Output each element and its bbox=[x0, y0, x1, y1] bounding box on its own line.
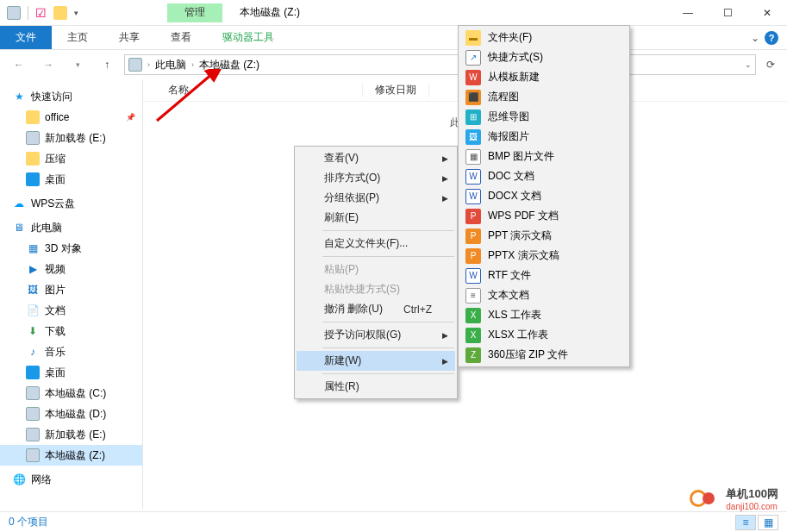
ctx-custom-folder[interactable]: 自定义文件夹(F)... bbox=[297, 234, 455, 253]
sm-wps-pdf[interactable]: PWPS PDF 文档 bbox=[460, 206, 628, 226]
ctx-undo[interactable]: 撤消 删除(U)Ctrl+Z bbox=[297, 299, 455, 319]
chevron-right-icon[interactable]: › bbox=[147, 60, 150, 69]
nav-forward-button[interactable]: → bbox=[36, 53, 60, 77]
sm-xls[interactable]: XXLS 工作表 bbox=[460, 305, 628, 325]
qat-overflow-icon[interactable]: ▾ bbox=[74, 9, 78, 17]
nav-up-button[interactable]: ↑ bbox=[95, 53, 119, 77]
rtf-icon: W bbox=[465, 268, 481, 284]
nav-this-pc[interactable]: 🖥此电脑 bbox=[0, 217, 142, 238]
minimize-button[interactable]: — bbox=[668, 0, 708, 26]
nav-office[interactable]: office📌 bbox=[0, 107, 142, 128]
view-details-button[interactable]: ≡ bbox=[735, 515, 756, 530]
refresh-button[interactable]: ⟳ bbox=[761, 59, 780, 71]
sm-shortcut[interactable]: ↗快捷方式(S) bbox=[460, 47, 628, 67]
pin-icon: 📌 bbox=[126, 113, 135, 122]
nav-videos[interactable]: ▶视频 bbox=[0, 259, 142, 279]
sm-rtf[interactable]: WRTF 文件 bbox=[460, 266, 628, 285]
help-icon[interactable]: ? bbox=[765, 31, 778, 45]
ribbon-expand-icon[interactable]: ⌄ bbox=[751, 32, 759, 44]
sm-zip[interactable]: Z360压缩 ZIP 文件 bbox=[460, 345, 628, 365]
tab-drive-tools[interactable]: 驱动器工具 bbox=[207, 26, 290, 49]
sm-flowchart[interactable]: ⬛流程图 bbox=[460, 87, 628, 107]
nav-recent-icon[interactable]: ▾ bbox=[66, 53, 90, 77]
nav-pictures[interactable]: 🖼图片 bbox=[0, 279, 142, 300]
breadcrumb-root[interactable]: 此电脑 bbox=[155, 58, 186, 72]
nav-drive-c[interactable]: 本地磁盘 (C:) bbox=[0, 383, 142, 404]
watermark-url: danji100.com bbox=[726, 502, 778, 511]
ctx-group[interactable]: 分组依据(P)▶ bbox=[297, 188, 455, 208]
qat-folder-icon[interactable] bbox=[53, 6, 67, 20]
nav-music[interactable]: ♪音乐 bbox=[0, 341, 142, 362]
ctx-view[interactable]: 查看(V)▶ bbox=[297, 148, 455, 168]
maximize-button[interactable]: ☐ bbox=[708, 0, 747, 26]
ctx-refresh[interactable]: 刷新(E) bbox=[297, 208, 455, 228]
tab-home[interactable]: 主页 bbox=[52, 26, 103, 49]
desktop-icon bbox=[26, 172, 40, 186]
chevron-right-icon: ▶ bbox=[442, 174, 448, 183]
breadcrumb-current[interactable]: 本地磁盘 (Z:) bbox=[199, 58, 259, 72]
view-large-icons-button[interactable]: ▦ bbox=[758, 515, 778, 530]
qat-checkbox-icon[interactable]: ☑ bbox=[35, 6, 47, 20]
xlsx-icon: X bbox=[465, 328, 481, 343]
mindmap-icon: ⊞ bbox=[465, 110, 481, 125]
address-dropdown-icon[interactable]: ⌄ bbox=[745, 60, 752, 69]
nav-wps[interactable]: ☁WPS云盘 bbox=[0, 193, 142, 214]
network-icon: 🌐 bbox=[12, 473, 26, 486]
sm-doc[interactable]: WDOC 文档 bbox=[460, 166, 628, 186]
sm-pptx[interactable]: PPPTX 演示文稿 bbox=[460, 246, 628, 266]
context-menu: 查看(V)▶ 排序方式(O)▶ 分组依据(P)▶ 刷新(E) 自定义文件夹(F)… bbox=[294, 146, 458, 399]
sm-txt[interactable]: ≡文本文档 bbox=[460, 285, 628, 305]
ctx-paste: 粘贴(P) bbox=[297, 260, 455, 279]
nav-new-volume-e[interactable]: 新加载卷 (E:) bbox=[0, 128, 142, 148]
tab-view[interactable]: 查看 bbox=[155, 26, 207, 49]
zip-icon: Z bbox=[465, 347, 481, 363]
sm-mindmap[interactable]: ⊞思维导图 bbox=[460, 107, 628, 127]
address-bar[interactable]: › 此电脑 › 本地磁盘 (Z:) ⌄ bbox=[124, 54, 756, 75]
cloud-icon: ☁ bbox=[12, 197, 26, 210]
nav-desktop2[interactable]: 桌面 bbox=[0, 362, 142, 383]
ctx-properties[interactable]: 属性(R) bbox=[297, 377, 455, 397]
sm-folder[interactable]: ▬文件夹(F) bbox=[460, 28, 628, 47]
chevron-right-icon: ▶ bbox=[442, 357, 448, 366]
window-icon bbox=[7, 6, 21, 20]
shortcut-icon: ↗ bbox=[465, 50, 481, 66]
close-button[interactable]: ✕ bbox=[747, 0, 787, 26]
ctx-new[interactable]: 新建(W)▶ bbox=[297, 351, 455, 371]
ctx-grant-access[interactable]: 授予访问权限(G)▶ bbox=[297, 325, 455, 345]
pptx-icon: P bbox=[465, 248, 481, 264]
nav-3d-objects[interactable]: ▦3D 对象 bbox=[0, 238, 142, 259]
nav-quick-access[interactable]: ★快速访问 bbox=[0, 86, 142, 107]
tab-share[interactable]: 共享 bbox=[103, 26, 155, 49]
chevron-right-icon[interactable]: › bbox=[191, 60, 194, 69]
ctx-sort[interactable]: 排序方式(O)▶ bbox=[297, 168, 455, 188]
sm-from-template[interactable]: W从模板新建 bbox=[460, 67, 628, 87]
nav-back-button[interactable]: ← bbox=[7, 53, 31, 77]
nav-new-volume-e2[interactable]: 新加载卷 (E:) bbox=[0, 424, 142, 445]
tab-file[interactable]: 文件 bbox=[0, 26, 52, 49]
ribbon-context-label: 管理 bbox=[167, 3, 222, 22]
watermark: 单机100网 danji100.com bbox=[690, 486, 778, 511]
sm-xlsx[interactable]: XXLSX 工作表 bbox=[460, 325, 628, 345]
nav-compressed[interactable]: 压缩 bbox=[0, 148, 142, 169]
sm-poster[interactable]: 🖼海报图片 bbox=[460, 127, 628, 147]
nav-drive-z[interactable]: 本地磁盘 (Z:) bbox=[0, 445, 142, 466]
doc-icon: W bbox=[465, 169, 481, 185]
nav-network[interactable]: 🌐网络 bbox=[0, 469, 142, 490]
drive-icon bbox=[26, 428, 40, 441]
docx-icon: W bbox=[465, 189, 481, 204]
nav-drive-d[interactable]: 本地磁盘 (D:) bbox=[0, 404, 142, 424]
navigation-pane: ★快速访问 office📌 新加载卷 (E:) 压缩 桌面 ☁WPS云盘 🖥此电… bbox=[0, 79, 143, 509]
column-name[interactable]: 名称 bbox=[156, 83, 363, 97]
nav-documents[interactable]: 📄文档 bbox=[0, 300, 142, 321]
watermark-logo bbox=[690, 490, 722, 509]
sm-ppt[interactable]: PPPT 演示文稿 bbox=[460, 226, 628, 246]
column-date[interactable]: 修改日期 bbox=[363, 83, 429, 97]
music-icon: ♪ bbox=[26, 345, 40, 359]
sm-bmp[interactable]: ▦BMP 图片文件 bbox=[460, 147, 628, 166]
document-icon: 📄 bbox=[26, 304, 40, 317]
sm-docx[interactable]: WDOCX 文档 bbox=[460, 186, 628, 206]
nav-desktop[interactable]: 桌面 bbox=[0, 169, 142, 190]
ppt-icon: P bbox=[465, 228, 481, 244]
nav-downloads[interactable]: ⬇下载 bbox=[0, 321, 142, 341]
drive-icon bbox=[26, 448, 40, 462]
